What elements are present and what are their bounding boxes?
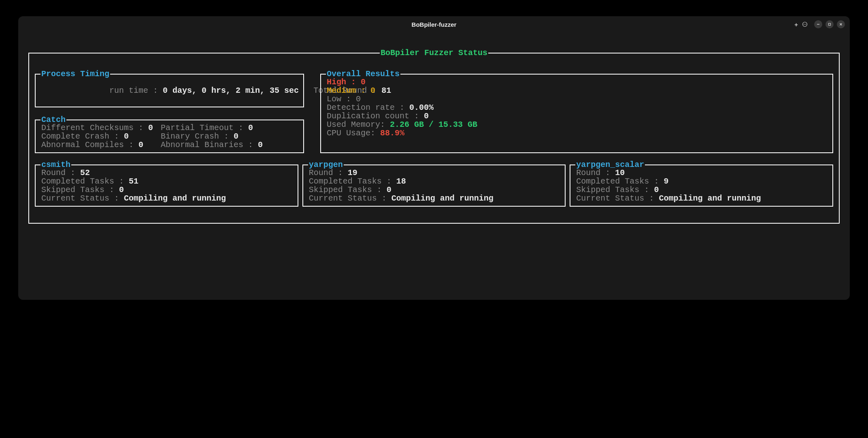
process-timing-title: Process Timing [40,70,110,78]
diff-checksums-label: Different Checksums : [41,123,148,132]
abnormal-compiles-label: Abnormal Compiles : [41,140,138,150]
completed-label: Completed Tasks : [41,177,129,186]
overall-results-box: Overall Results High : 0 Medium : 0 Low … [320,74,833,153]
used-memory-label: Used Memory: [327,120,390,129]
abnormal-binaries-label: Abnormal Binaries : [161,140,258,150]
status-value: Compiling and running [124,194,226,203]
completed-label: Completed Tasks : [576,177,664,186]
status-label: Current Status : [576,194,659,203]
partial-timeout-value: 0 [248,123,253,132]
abnormal-binaries-value: 0 [258,140,263,150]
svg-point-2 [804,24,805,25]
left-column: Process Timing run time : 0 days, 0 hrs,… [35,70,304,153]
menu-icon[interactable] [802,21,808,27]
round-value: 10 [615,168,625,177]
completed-label: Completed Tasks : [309,177,396,186]
completed-value: 18 [396,177,406,186]
round-label: Round : [576,168,615,177]
diff-checksums-value: 0 [148,123,153,132]
skipped-value: 0 [119,185,124,194]
generator-box-csmith: csmith Round : 52 Completed Tasks : 51 S… [35,165,298,207]
detection-rate-value: 0.00% [409,103,434,112]
status-label: Current Status : [41,194,124,203]
medium-label: Medium : [327,86,370,95]
abnormal-compiles-value: 0 [138,140,143,150]
partial-timeout-label: Partial Timeout : [161,123,248,132]
medium-value: 0 [370,86,375,95]
overall-results-title: Overall Results [326,70,400,78]
skipped-label: Skipped Tasks : [576,185,654,194]
run-time-label: run time : [109,86,163,95]
titlebar: BoBpiler-fuzzer + [18,16,850,32]
terminal-content: BoBpiler Fuzzer Status Process Timing ru… [18,32,850,234]
completed-value: 9 [664,177,668,186]
skipped-label: Skipped Tasks : [41,185,119,194]
catch-title: Catch [40,115,66,124]
skipped-label: Skipped Tasks : [309,185,387,194]
window-title: BoBpiler-fuzzer [412,21,457,28]
dup-count-value: 0 [424,111,429,121]
cpu-usage-value: 88.9% [380,128,404,138]
run-time-value: 0 days, 0 hrs, 2 min, 35 sec [163,86,299,95]
cpu-usage-label: CPU Usage: [327,128,380,138]
round-label: Round : [309,168,348,177]
skipped-value: 0 [387,185,391,194]
dup-count-label: Duplication count : [327,111,424,121]
generator-title: yarpgen [308,160,344,169]
used-memory-value: 2.26 GB / 15.33 GB [390,120,477,129]
low-value: 0 [356,94,361,104]
generator-title: yarpgen_scalar [575,160,645,169]
generator-box-yarpgen: yarpgen Round : 19 Completed Tasks : 18 … [302,165,566,207]
svg-point-1 [804,24,804,25]
titlebar-controls: + [794,20,845,28]
process-timing-box: Process Timing run time : 0 days, 0 hrs,… [35,74,304,107]
maximize-button[interactable] [825,20,834,28]
status-label: Current Status : [309,194,391,203]
status-value: Compiling and running [659,194,761,203]
new-tab-icon[interactable]: + [794,21,798,28]
main-status-box: BoBpiler Fuzzer Status Process Timing ru… [28,53,840,224]
svg-point-3 [806,24,806,25]
generator-box-yarpgen-scalar: yarpgen_scalar Round : 10 Completed Task… [570,165,833,207]
complete-crash-value: 0 [124,132,129,141]
generator-title: csmith [40,160,71,169]
detection-rate-label: Detection rate : [327,103,409,112]
main-box-title: BoBpiler Fuzzer Status [380,49,488,57]
status-value: Compiling and running [391,194,494,203]
skipped-value: 0 [654,185,659,194]
round-value: 52 [80,168,90,177]
completed-value: 51 [129,177,138,186]
close-button[interactable] [837,20,845,28]
low-label: Low : [327,94,356,104]
svg-rect-5 [829,24,831,26]
binary-crash-label: Binary Crash : [161,132,234,141]
catch-box: Catch Different Checksums : 0 Complete C… [35,120,304,153]
round-label: Round : [41,168,80,177]
minimize-button[interactable] [814,20,822,28]
high-label: High : [327,77,361,87]
binary-crash-value: 0 [234,132,238,141]
round-value: 19 [348,168,357,177]
complete-crash-label: Complete Crash : [41,132,124,141]
terminal-window: BoBpiler-fuzzer + BoBpiler Fuzzer Status [18,16,850,300]
high-value: 0 [361,77,366,87]
